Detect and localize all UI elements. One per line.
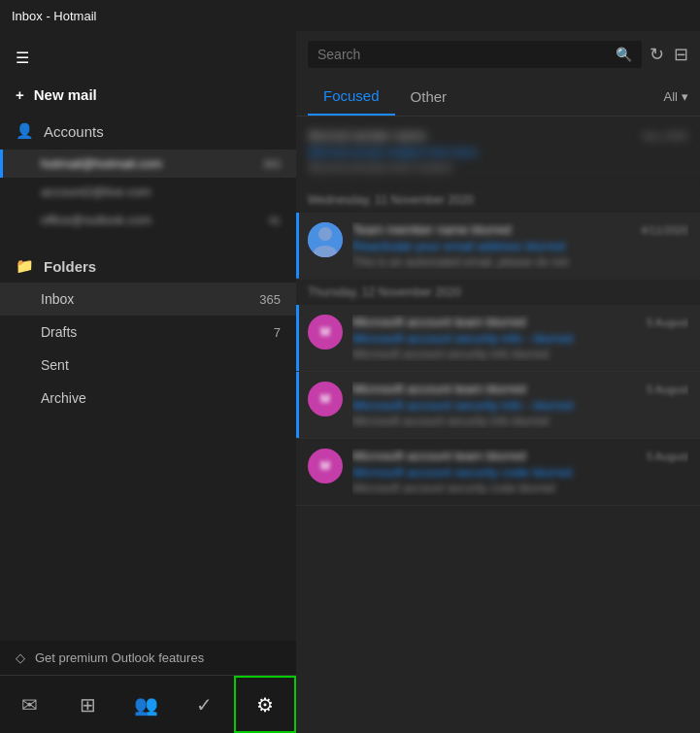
account-list: hotmail@hotmail.com 365 account2@live.co…: [0, 150, 296, 242]
folder-item-drafts[interactable]: Drafts 7: [0, 316, 296, 349]
bottom-nav: ✉ ⊞ 👥 ✓ ⚙: [0, 675, 296, 733]
email-sender: Blurred sender name: [308, 128, 425, 143]
premium-label: Get premium Outlook features: [35, 650, 204, 665]
avatar: M: [308, 315, 343, 350]
email-header: Microsoft account team blurred 5 August: [352, 449, 688, 463]
tab-all-dropdown[interactable]: All ▾: [664, 89, 688, 104]
email-subject: Reactivate your email address blurred: [352, 239, 688, 253]
plus-icon: +: [16, 86, 24, 103]
accounts-label: Accounts: [44, 123, 104, 140]
email-subject: Microsoft account security code blurred: [352, 465, 688, 480]
folder-name: Sent: [41, 357, 281, 373]
diamond-icon: ◇: [16, 650, 25, 665]
email-preview: Microsoft account security info blurred: [352, 415, 688, 428]
settings-icon: ⚙: [256, 693, 274, 716]
tab-other[interactable]: Other: [395, 79, 463, 115]
premium-banner[interactable]: ◇ Get premium Outlook features: [0, 641, 296, 675]
calendar-nav[interactable]: ⊞: [58, 676, 117, 733]
email-header: Microsoft account team blurred 5 August: [352, 382, 688, 396]
right-panel: 🔍 ↻ ⊟ Focused Other All ▾: [296, 31, 700, 733]
avatar: [308, 222, 343, 257]
account-name: office@outlook.com: [41, 213, 265, 227]
title-bar: Inbox - Hotmail: [0, 0, 700, 31]
folder-name: Drafts: [41, 324, 274, 340]
account-name: hotmail@hotmail.com: [41, 156, 259, 171]
folder-item-archive[interactable]: Archive: [0, 382, 296, 415]
email-header: Blurred sender name Nov 2020: [308, 128, 688, 143]
filter-icon[interactable]: ⊟: [674, 44, 688, 65]
folder-item-inbox[interactable]: Inbox 365: [0, 283, 296, 316]
email-sender: Microsoft account team blurred: [352, 449, 525, 463]
folders-label: Folders: [44, 258, 96, 275]
email-time: 4/11/2020: [641, 224, 688, 236]
avatar: M: [308, 382, 343, 416]
sidebar-top: ☰ + New mail 👤 Accounts hotmail@hotmail.…: [0, 31, 296, 250]
mail-icon: ✉: [21, 693, 38, 716]
email-item[interactable]: Team member name blurred 4/11/2020 React…: [296, 213, 700, 280]
chevron-down-icon: ▾: [682, 89, 688, 104]
people-nav[interactable]: 👥: [117, 676, 175, 733]
mail-nav[interactable]: ✉: [0, 676, 58, 733]
email-list: Blurred sender name Nov 2020 Blurred ema…: [296, 117, 700, 733]
email-item[interactable]: M Microsoft account team blurred 5 Augus…: [296, 439, 700, 506]
search-bar: 🔍 ↻ ⊟: [296, 31, 700, 78]
email-sender: Microsoft account team blurred: [352, 315, 525, 329]
sidebar: ☰ + New mail 👤 Accounts hotmail@hotmail.…: [0, 31, 296, 733]
tasks-nav[interactable]: ✓: [176, 676, 234, 733]
folder-name: Inbox: [41, 291, 259, 307]
email-subject: Blurred email subject line here: [308, 145, 688, 159]
hamburger-icon: ☰: [16, 49, 29, 67]
search-input[interactable]: [317, 47, 608, 62]
search-input-wrap[interactable]: 🔍: [308, 41, 642, 68]
email-content: Blurred sender name Nov 2020 Blurred ema…: [308, 128, 688, 175]
email-item[interactable]: M Microsoft account team blurred 5 Augus…: [296, 372, 700, 439]
email-time: 5 August: [647, 317, 688, 328]
email-preview: Microsoft account security info blurred: [352, 348, 688, 361]
date-separator: Wednesday, 11 November 2020: [296, 187, 700, 213]
menu-button[interactable]: ☰: [0, 39, 296, 77]
focused-label: Focused: [323, 87, 380, 104]
new-mail-button[interactable]: + New mail: [0, 77, 296, 113]
tab-focused[interactable]: Focused: [308, 78, 395, 116]
folder-count: 7: [274, 325, 281, 340]
email-subject: Microsoft account security info - blurre…: [352, 398, 688, 413]
email-preview: This is an automated email, please do no…: [352, 255, 688, 269]
email-item[interactable]: Blurred sender name Nov 2020 Blurred ema…: [296, 117, 700, 187]
account-badge: 365: [263, 158, 281, 170]
folder-list: Inbox 365 Drafts 7 Sent Archive: [0, 283, 296, 641]
account-item[interactable]: hotmail@hotmail.com 365: [0, 150, 296, 178]
email-sender: Team member name blurred: [352, 222, 511, 237]
all-label: All: [664, 89, 678, 104]
email-content: Team member name blurred 4/11/2020 React…: [352, 222, 688, 269]
folders-section[interactable]: 📁 Folders: [0, 250, 296, 283]
email-header: Team member name blurred 4/11/2020: [352, 222, 688, 237]
tabs: Focused Other All ▾: [296, 78, 700, 117]
folder-icon: 📁: [16, 257, 34, 275]
search-icon: 🔍: [616, 47, 632, 62]
email-sender: Microsoft account team blurred: [352, 382, 525, 396]
tasks-icon: ✓: [196, 693, 213, 716]
folder-count: 365: [259, 292, 281, 307]
email-time: Nov 2020: [643, 130, 688, 142]
email-preview: Microsoft account security code blurred: [352, 482, 688, 495]
settings-nav[interactable]: ⚙: [234, 676, 296, 733]
email-content: Microsoft account team blurred 5 August …: [352, 449, 688, 495]
date-separator: Thursday, 12 November 2020: [296, 280, 700, 305]
toolbar-icons: ↻ ⊟: [650, 44, 688, 65]
email-item[interactable]: M Microsoft account team blurred 5 Augus…: [296, 305, 700, 372]
title-text: Inbox - Hotmail: [12, 9, 96, 23]
email-subject: Microsoft account security info - blurre…: [352, 331, 688, 346]
refresh-icon[interactable]: ↻: [650, 44, 664, 65]
folder-item-sent[interactable]: Sent: [0, 349, 296, 382]
email-content: Microsoft account team blurred 5 August …: [352, 315, 688, 361]
accounts-section[interactable]: 👤 Accounts: [0, 113, 296, 150]
avatar: M: [308, 449, 343, 483]
accounts-icon: 👤: [16, 122, 34, 140]
new-mail-label: New mail: [34, 86, 97, 103]
account-name: account2@live.com: [41, 184, 277, 199]
email-time: 5 August: [647, 383, 688, 395]
account-item[interactable]: office@outlook.com 41: [0, 206, 296, 234]
svg-point-1: [318, 227, 332, 241]
account-item[interactable]: account2@live.com: [0, 178, 296, 206]
email-preview: Blurred preview text content: [308, 161, 688, 175]
